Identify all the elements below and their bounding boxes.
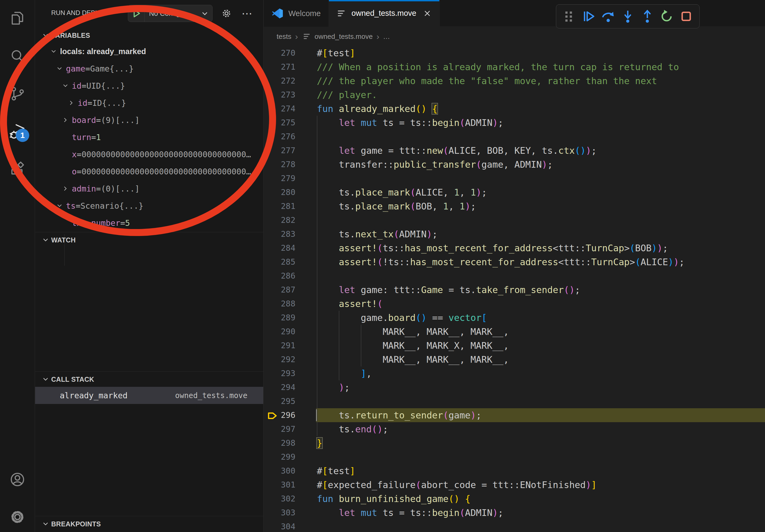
continue-button[interactable]	[581, 8, 597, 25]
code-line[interactable]: 279	[264, 171, 765, 185]
code-line[interactable]: 280 ts.place_mark(ALICE, 1, 1);	[264, 185, 765, 199]
chevron-right-icon[interactable]	[62, 112, 72, 129]
variable-row[interactable]: game = Game{...}	[35, 60, 263, 77]
account-icon[interactable]	[9, 471, 26, 488]
code-line[interactable]: 286	[264, 269, 765, 283]
line-number[interactable]: 303	[264, 506, 296, 520]
variable-row[interactable]: id = ID{...}	[35, 94, 263, 112]
line-number[interactable]: 280	[264, 185, 296, 199]
code-line[interactable]: 303 let mut ts = ts::begin(ADMIN);	[264, 506, 765, 520]
code-line[interactable]: 304	[264, 520, 765, 532]
line-number[interactable]: 270	[264, 46, 296, 60]
code-line[interactable]: 288 assert!(	[264, 297, 765, 311]
line-number[interactable]: 286	[264, 269, 296, 283]
variables-section-header[interactable]: VARIABLES	[35, 28, 263, 43]
line-number[interactable]: 288	[264, 297, 296, 311]
line-number[interactable]: 295	[264, 394, 296, 408]
line-number[interactable]: 292	[264, 353, 296, 367]
line-number[interactable]: 283	[264, 227, 296, 241]
line-number[interactable]: 276	[264, 130, 296, 143]
chevron-down-icon[interactable]	[56, 60, 66, 77]
debug-settings-gear-icon[interactable]	[220, 7, 233, 20]
code-line[interactable]: 283 ts.next_tx(ADMIN);	[264, 227, 765, 241]
step-into-button[interactable]	[619, 8, 636, 25]
line-number[interactable]: 297	[264, 422, 296, 436]
line-number[interactable]: 299	[264, 450, 296, 464]
line-number[interactable]: 301	[264, 478, 296, 492]
line-number[interactable]: 274	[264, 102, 296, 116]
code-line[interactable]: 271/// When a position is already marked…	[264, 60, 765, 74]
more-actions-icon[interactable]: ⋯	[241, 7, 253, 20]
line-number[interactable]: 293	[264, 367, 296, 381]
code-line[interactable]: 299	[264, 450, 765, 464]
line-number[interactable]: 304	[264, 520, 296, 532]
tab-owned-tests-move[interactable]: owned_tests.move	[329, 0, 439, 27]
watch-section-header[interactable]: WATCH	[35, 232, 263, 247]
source-control-icon[interactable]	[9, 85, 26, 102]
code-line[interactable]: 276	[264, 130, 765, 143]
line-number[interactable]: 275	[264, 116, 296, 130]
code-line[interactable]: 301#[expected_failure(abort_code = ttt::…	[264, 478, 765, 492]
line-number[interactable]: 272	[264, 74, 296, 88]
step-over-button[interactable]	[600, 8, 616, 25]
line-number[interactable]: 291	[264, 339, 296, 353]
breadcrumb-folder[interactable]: tests	[277, 32, 291, 41]
close-icon[interactable]	[423, 9, 431, 17]
breadcrumb-symbol[interactable]: …	[383, 32, 390, 41]
variable-row[interactable]: ts = Scenario{...}	[35, 197, 263, 214]
drag-grip-icon[interactable]	[561, 8, 578, 25]
line-number[interactable]: 271	[264, 60, 296, 74]
variable-row[interactable]: board = (9)[...]	[35, 112, 263, 129]
line-number[interactable]: 282	[264, 213, 296, 227]
code-line[interactable]: 294 );	[264, 381, 765, 394]
code-line[interactable]: 297 ts.end();	[264, 422, 765, 436]
variable-row[interactable]: id = UID{...}	[35, 77, 263, 94]
explorer-icon[interactable]	[9, 10, 26, 27]
step-out-button[interactable]	[639, 8, 656, 25]
code-line[interactable]: 296 ts.return_to_sender(game);	[264, 408, 765, 422]
code-line[interactable]: 275 let mut ts = ts::begin(ADMIN);	[264, 116, 765, 130]
code-line[interactable]: 277 let game = ttt::new(ALICE, BOB, KEY,…	[264, 143, 765, 157]
start-debugging-button[interactable]	[128, 5, 145, 22]
code-line[interactable]: 274fun already_marked() {	[264, 102, 765, 116]
line-number[interactable]: 290	[264, 325, 296, 339]
extensions-icon[interactable]	[9, 160, 26, 177]
code-line[interactable]: 298}	[264, 436, 765, 450]
line-number[interactable]: 289	[264, 311, 296, 325]
restart-button[interactable]	[658, 8, 675, 25]
search-icon[interactable]	[9, 48, 26, 65]
line-number[interactable]: 287	[264, 283, 296, 297]
line-number[interactable]: 277	[264, 143, 296, 157]
variable-row[interactable]: txn_number = 5	[35, 214, 263, 231]
line-number[interactable]: 284	[264, 241, 296, 255]
breakpoints-section-header[interactable]: BREAKPOINTS	[35, 516, 263, 531]
line-number[interactable]: 273	[264, 88, 296, 102]
debug-config-dropdown[interactable]: No Configur…	[128, 5, 213, 22]
line-number[interactable]: 281	[264, 199, 296, 213]
line-number[interactable]: 302	[264, 492, 296, 506]
code-line[interactable]: 272/// the player who made the "false" m…	[264, 74, 765, 88]
line-number[interactable]: 285	[264, 255, 296, 269]
tab-welcome[interactable]: Welcome	[264, 0, 329, 27]
line-number[interactable]: 300	[264, 464, 296, 478]
code-area[interactable]: 270#[test]271/// When a position is alre…	[264, 46, 765, 532]
run-and-debug-icon[interactable]: 1	[9, 123, 26, 140]
code-line[interactable]: 270#[test]	[264, 46, 765, 60]
chevron-down-icon[interactable]	[62, 77, 72, 94]
variable-row[interactable]: turn = 1	[35, 129, 263, 146]
line-number[interactable]: 278	[264, 157, 296, 171]
code-line[interactable]: 284 assert!(ts::has_most_recent_for_addr…	[264, 241, 765, 255]
code-line[interactable]: 302fun burn_unfinished_game() {	[264, 492, 765, 506]
code-line[interactable]: 287 let game: ttt::Game = ts.take_from_s…	[264, 283, 765, 297]
code-line[interactable]: 273/// player.	[264, 88, 765, 102]
code-line[interactable]: 285 assert!(!ts::has_most_recent_for_add…	[264, 255, 765, 269]
code-line[interactable]: 295	[264, 394, 765, 408]
line-number[interactable]: 279	[264, 171, 296, 185]
line-number[interactable]: 298	[264, 436, 296, 450]
variable-row[interactable]: x = 0000000000000000000000000000000000…	[35, 146, 263, 163]
code-line[interactable]: 282	[264, 213, 765, 227]
breadcrumb-file[interactable]: owned_tests.move	[315, 32, 373, 41]
settings-gear-icon[interactable]	[9, 508, 26, 526]
variable-row[interactable]: locals: already_marked	[35, 43, 263, 60]
call-stack-section-header[interactable]: CALL STACK Paused on step	[35, 372, 263, 387]
